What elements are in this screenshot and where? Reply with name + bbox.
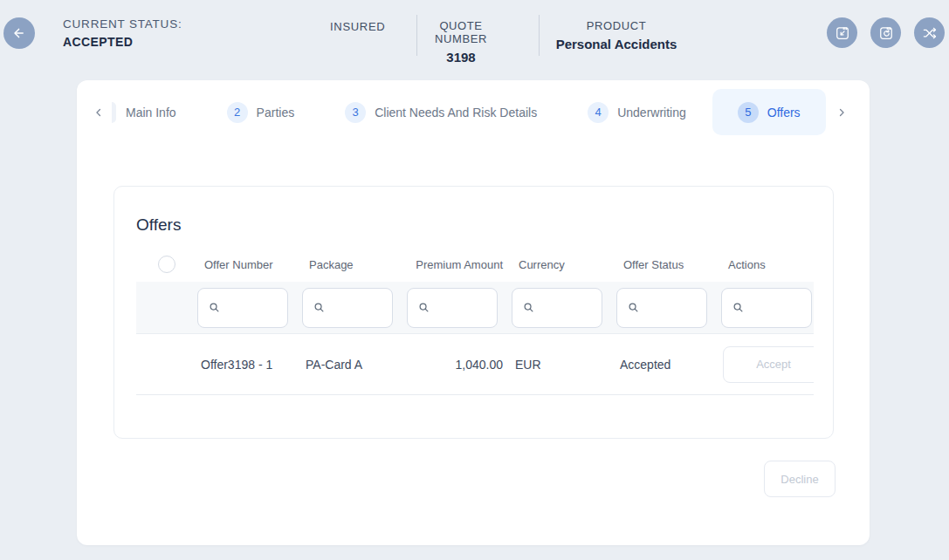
clipped-tab-badge <box>112 102 116 123</box>
arrow-left-icon <box>10 24 28 42</box>
tab-main-info[interactable]: Main Info <box>126 106 176 120</box>
column-header-offer-status: Offer Status <box>616 258 721 271</box>
current-status: CURRENT STATUS: ACCEPTED <box>63 17 182 49</box>
search-icon <box>522 301 535 314</box>
column-header-package: Package <box>302 258 407 271</box>
table-header-row: Offer Number Package Premium Amount Curr… <box>136 247 814 282</box>
column-header-currency: Currency <box>512 258 616 271</box>
product: PRODUCT Personal Accidents <box>547 19 686 51</box>
search-icon <box>417 301 430 314</box>
header-divider <box>539 15 540 56</box>
quote-number-label: QUOTE NUMBER <box>417 19 505 45</box>
shuffle-button[interactable] <box>914 17 945 48</box>
tab-label: Client Needs And Risk Details <box>375 106 537 120</box>
tab-client-needs-and-risk-details[interactable]: 3 Client Needs And Risk Details <box>345 102 537 123</box>
export-card-button[interactable] <box>827 17 857 48</box>
tab-bar: Main Info 2 Parties 3 Client Needs And R… <box>77 88 870 136</box>
filter-package[interactable] <box>302 288 393 328</box>
tabs-scroll-left[interactable] <box>91 105 107 120</box>
filter-offer-number-input[interactable] <box>226 301 279 314</box>
tab-parties[interactable]: 2 Parties <box>227 102 295 123</box>
filter-premium-amount-input[interactable] <box>436 301 488 314</box>
tab-number-badge: 3 <box>345 102 366 123</box>
tab-label: Offers <box>767 106 801 120</box>
search-icon <box>313 301 326 314</box>
back-button[interactable] <box>3 17 35 49</box>
filter-premium-amount[interactable] <box>407 288 498 328</box>
cell-package: PA-Card A <box>302 358 407 372</box>
column-header-actions: Actions <box>721 258 814 271</box>
main-card: Main Info 2 Parties 3 Client Needs And R… <box>77 80 870 545</box>
filter-offer-status[interactable] <box>616 288 707 328</box>
search-icon <box>627 301 640 314</box>
export-card-icon <box>834 24 851 42</box>
insured-label: INSURED <box>330 20 385 33</box>
cell-offer-status: Accepted <box>616 358 721 372</box>
search-icon <box>208 301 221 314</box>
offers-table: Offer Number Package Premium Amount Curr… <box>136 247 814 396</box>
tab-underwriting[interactable]: 4 Underwriting <box>588 102 686 123</box>
filter-offer-status-input[interactable] <box>645 301 698 314</box>
select-all-checkbox[interactable] <box>158 256 175 273</box>
table-row: Offer3198 - 1 PA-Card A 1,040.00 EUR Acc… <box>136 334 814 395</box>
save-refresh-button[interactable] <box>870 17 901 48</box>
column-header-premium-amount: Premium Amount <box>407 258 512 271</box>
tabs-scroll-right[interactable] <box>834 105 849 120</box>
filter-actions-input[interactable] <box>750 301 802 314</box>
tab-number-badge: 4 <box>588 102 609 123</box>
cell-currency: EUR <box>512 358 616 372</box>
offers-panel: Offers Offer Number Package Premium Amou… <box>113 186 834 439</box>
quote-number-value: 3198 <box>417 50 505 65</box>
filter-currency[interactable] <box>512 288 602 328</box>
tab-number-badge: 5 <box>738 102 759 123</box>
product-label: PRODUCT <box>547 19 686 32</box>
tab-label: Main Info <box>126 106 176 120</box>
tab-offers[interactable]: 5 Offers <box>712 89 826 135</box>
cell-premium-amount: 1,040.00 <box>407 358 512 372</box>
shuffle-icon <box>921 24 939 42</box>
offers-title: Offers <box>136 215 181 235</box>
tab-number-badge: 2 <box>227 102 248 123</box>
top-header: CURRENT STATUS: ACCEPTED INSURED QUOTE N… <box>0 0 949 70</box>
table-filter-row <box>136 282 814 334</box>
product-value: Personal Accidents <box>547 37 686 51</box>
filter-package-input[interactable] <box>331 301 383 314</box>
chevron-left-icon <box>93 106 105 119</box>
filter-actions[interactable] <box>721 288 812 328</box>
current-status-value: ACCEPTED <box>63 35 182 49</box>
search-icon <box>732 301 745 314</box>
tab-label: Parties <box>257 106 295 120</box>
filter-currency-input[interactable] <box>540 301 593 314</box>
decline-button[interactable]: Decline <box>764 461 836 497</box>
tab-label: Underwriting <box>617 106 686 120</box>
chevron-right-icon <box>836 106 848 119</box>
cell-offer-number: Offer3198 - 1 <box>197 358 302 372</box>
save-refresh-icon <box>877 24 895 42</box>
accept-button[interactable]: Accept <box>723 346 814 383</box>
current-status-label: CURRENT STATUS: <box>63 17 182 31</box>
quote-number: QUOTE NUMBER 3198 <box>417 19 505 65</box>
column-header-offer-number: Offer Number <box>197 258 302 271</box>
filter-offer-number[interactable] <box>197 288 288 328</box>
